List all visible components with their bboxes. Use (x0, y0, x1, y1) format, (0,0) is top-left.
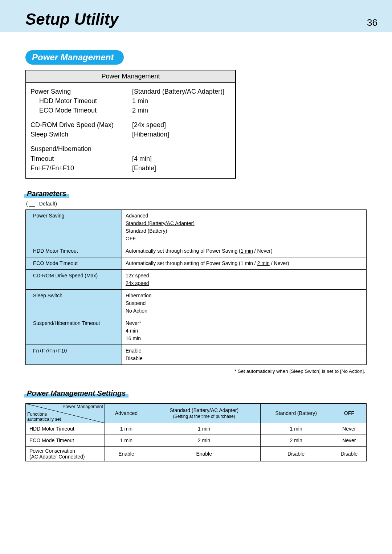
bios-row-label: Suspend/Hibernation (30, 144, 132, 154)
bios-row-value: 1 min (132, 96, 231, 106)
bios-row-label: HDD Motor Timeout (30, 96, 132, 106)
param-value: Automatically set through setting of Pow… (122, 257, 367, 269)
settings-diag-header: Power Management Functions automatically… (26, 403, 105, 423)
table-row: Power Conservation(AC Adapter Connected)… (26, 446, 367, 461)
bios-row: Suspend/Hibernation (30, 144, 231, 154)
settings-row-label: Power Conservation(AC Adapter Connected) (26, 446, 105, 461)
bios-row-label: Sleep Switch (30, 130, 132, 139)
settings-cell: 1 min (260, 423, 332, 435)
parameters-table: Power SavingAdvancedStandard (Battery/AC… (25, 209, 367, 365)
bios-row-label: Power Saving (30, 87, 132, 96)
settings-cell: Enable (105, 446, 148, 461)
param-value: EnableDisable (122, 345, 367, 364)
bios-panel-title: Power Management (26, 70, 235, 83)
param-label: ECO Mode Timeout (26, 257, 122, 269)
param-label: Sleep Switch (26, 289, 122, 317)
param-value: AdvancedStandard (Battery/AC Adapter)Sta… (122, 209, 367, 245)
settings-row-label: HDD Motor Timeout (26, 423, 105, 435)
default-legend: ( __ : Default) (25, 200, 367, 209)
settings-col-header: Standard (Battery/AC Adapter)(Setting at… (148, 403, 260, 423)
settings-cell: Never (332, 435, 366, 446)
param-value: HibernationSuspendNo Action (122, 289, 367, 317)
param-value: 12x speed24x speed (122, 269, 367, 289)
table-row: Suspend/Hibernation TimeoutNever*4 min16… (26, 317, 367, 345)
page-header: Setup Utility 36 (0, 0, 392, 32)
page-title: Setup Utility (25, 10, 119, 28)
settings-row-label: ECO Mode Timeout (26, 435, 105, 446)
table-row: ECO Mode Timeout1 min2 min2 minNever (26, 435, 367, 446)
settings-table: Power Management Functions automatically… (25, 403, 367, 461)
settings-cell: Disable (332, 446, 366, 461)
bios-row: Power Saving[Standard (Battery/AC Adapte… (30, 87, 231, 96)
bios-row-label: Timeout (30, 154, 132, 163)
bios-row-value: [Enable] (132, 163, 231, 173)
settings-cell: Enable (148, 446, 260, 461)
table-row: Sleep SwitchHibernationSuspendNo Action (26, 289, 367, 317)
settings-cell: 2 min (148, 435, 260, 446)
bios-row-label: CD-ROM Drive Speed (Max) (30, 120, 132, 130)
settings-cell: 1 min (105, 423, 148, 435)
param-label: Suspend/Hibernation Timeout (26, 317, 122, 345)
bios-row-value: [4 min] (132, 154, 231, 163)
settings-cell: 1 min (148, 423, 260, 435)
parameters-heading: Parameters (24, 190, 69, 198)
settings-cell: 1 min (105, 435, 148, 446)
bios-row-value: [Standard (Battery/AC Adapter)] (132, 87, 231, 96)
parameters-footnote: * Set automatically when [Sleep Switch] … (25, 365, 367, 374)
param-label: Fn+F7/Fn+F10 (26, 345, 122, 364)
bios-row: Fn+F7/Fn+F10[Enable] (30, 163, 231, 173)
param-label: Power Saving (26, 209, 122, 245)
settings-col-header: Standard (Battery) (260, 403, 332, 423)
table-row: CD-ROM Drive Speed (Max)12x speed24x spe… (26, 269, 367, 289)
table-row: Fn+F7/Fn+F10EnableDisable (26, 345, 367, 364)
bios-row-label: Fn+F7/Fn+F10 (30, 163, 132, 173)
param-label: CD-ROM Drive Speed (Max) (26, 269, 122, 289)
bios-row-label: ECO Mode Timeout (30, 106, 132, 115)
settings-col-header: Advanced (105, 403, 148, 423)
bios-row-value: [Hibernation] (132, 130, 231, 139)
settings-heading: Power Management Settings (24, 389, 128, 398)
table-row: ECO Mode TimeoutAutomatically set throug… (26, 257, 367, 269)
bios-panel: Power Management Power Saving[Standard (… (25, 70, 236, 179)
bios-row-value: [24x speed] (132, 120, 231, 130)
bios-row: HDD Motor Timeout1 min (30, 96, 231, 106)
table-row: HDD Motor TimeoutAutomatically set throu… (26, 245, 367, 257)
bios-row-value: 2 min (132, 106, 231, 115)
bios-row: ECO Mode Timeout2 min (30, 106, 231, 115)
bios-row: CD-ROM Drive Speed (Max)[24x speed] (30, 120, 231, 130)
settings-cell: Disable (260, 446, 332, 461)
settings-cell: 2 min (260, 435, 332, 446)
param-value: Never*4 min16 min (122, 317, 367, 345)
page-number: 36 (367, 17, 377, 28)
settings-cell: Never (332, 423, 366, 435)
param-label: HDD Motor Timeout (26, 245, 122, 257)
bios-row: Sleep Switch[Hibernation] (30, 130, 231, 139)
param-value: Automatically set through setting of Pow… (122, 245, 367, 257)
section-heading: Power Management (25, 50, 124, 65)
bios-row: Timeout[4 min] (30, 154, 231, 163)
table-row: HDD Motor Timeout1 min1 min1 minNever (26, 423, 367, 435)
table-row: Power SavingAdvancedStandard (Battery/AC… (26, 209, 367, 245)
settings-col-header: OFF (332, 403, 366, 423)
bios-row-value (132, 144, 231, 154)
page-content: Power Management Power Management Power … (0, 32, 392, 476)
